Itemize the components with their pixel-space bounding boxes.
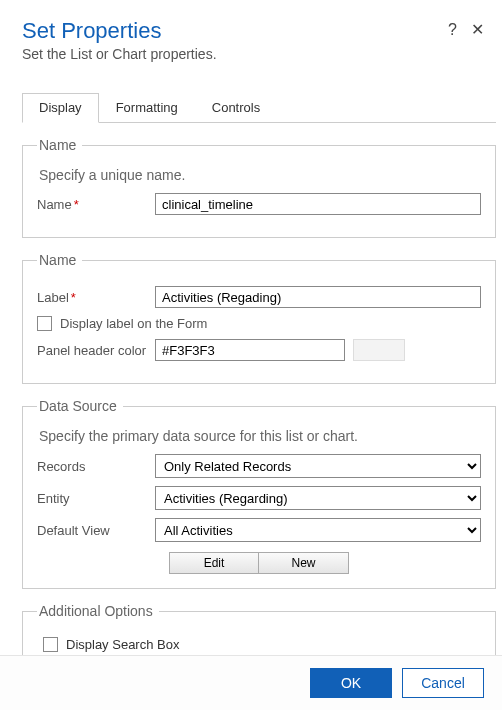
view-button-bar: Edit New <box>37 552 481 574</box>
display-search-box-label: Display Search Box <box>66 637 179 652</box>
dialog-subtitle: Set the List or Chart properties. <box>22 46 480 62</box>
set-properties-dialog: Set Properties Set the List or Chart pro… <box>0 0 502 710</box>
tab-formatting[interactable]: Formatting <box>99 93 195 123</box>
fieldset-name-legend: Name <box>37 137 82 153</box>
help-icon[interactable]: ? <box>448 22 457 38</box>
display-label-checkbox[interactable] <box>37 316 52 331</box>
records-select[interactable]: Only Related Records <box>155 454 481 478</box>
fieldset-additional-options-legend: Additional Options <box>37 603 159 619</box>
tab-display[interactable]: Display <box>22 93 99 123</box>
header-icon-bar: ? ✕ <box>448 22 484 38</box>
panel-color-input[interactable] <box>155 339 345 361</box>
ok-button[interactable]: OK <box>310 668 392 698</box>
required-indicator: * <box>74 197 79 212</box>
data-source-hint: Specify the primary data source for this… <box>39 428 481 444</box>
panel-color-label: Panel header color <box>37 343 155 358</box>
required-indicator: * <box>71 290 76 305</box>
fieldset-data-source: Data Source Specify the primary data sou… <box>22 398 496 589</box>
display-search-box-checkbox[interactable] <box>43 637 58 652</box>
entity-select[interactable]: Activities (Regarding) <box>155 486 481 510</box>
entity-label: Entity <box>37 491 155 506</box>
dialog-title: Set Properties <box>22 18 480 44</box>
label-label: Label* <box>37 290 155 305</box>
dialog-footer: OK Cancel <box>0 655 502 710</box>
dialog-header: Set Properties Set the List or Chart pro… <box>0 0 502 68</box>
name-label-text: Name <box>37 197 72 212</box>
dialog-body-scroll[interactable]: Display Formatting Controls Name Specify… <box>0 92 502 655</box>
cancel-button[interactable]: Cancel <box>402 668 484 698</box>
fieldset-additional-options: Additional Options Display Search Box Di… <box>22 603 496 655</box>
display-label-checkbox-label: Display label on the Form <box>60 316 207 331</box>
name-hint: Specify a unique name. <box>39 167 481 183</box>
name-input[interactable] <box>155 193 481 215</box>
panel-color-swatch[interactable] <box>353 339 405 361</box>
close-icon[interactable]: ✕ <box>471 22 484 38</box>
label-label-text: Label <box>37 290 69 305</box>
label-input[interactable] <box>155 286 481 308</box>
records-label: Records <box>37 459 155 474</box>
fieldset-data-source-legend: Data Source <box>37 398 123 414</box>
new-view-button[interactable]: New <box>259 552 349 574</box>
edit-view-button[interactable]: Edit <box>169 552 259 574</box>
fieldset-name: Name Specify a unique name. Name* <box>22 137 496 238</box>
tab-controls[interactable]: Controls <box>195 93 277 123</box>
fieldset-label: Name Label* Display label on the Form Pa… <box>22 252 496 384</box>
default-view-label: Default View <box>37 523 155 538</box>
tab-bar: Display Formatting Controls <box>22 92 496 123</box>
fieldset-label-legend: Name <box>37 252 82 268</box>
default-view-select[interactable]: All Activities <box>155 518 481 542</box>
name-label: Name* <box>37 197 155 212</box>
